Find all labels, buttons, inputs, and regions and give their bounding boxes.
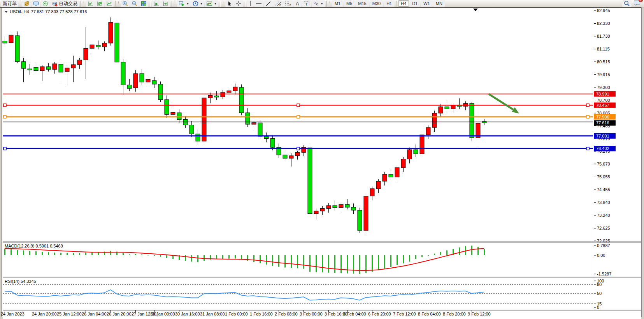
bar-chart-button[interactable] [86, 0, 95, 7]
bear-candle [177, 113, 181, 119]
fibonacci-tool-button[interactable]: F [283, 0, 293, 7]
toolbar-grip[interactable] [118, 1, 119, 6]
toolbar-separator [220, 1, 220, 7]
macd-histogram-bar [172, 255, 174, 259]
time-label: 1 Feb 16:00 [250, 312, 273, 316]
macd-histogram-bar [235, 255, 236, 259]
autotrading-label: 自动交易 [59, 0, 77, 7]
axis-badge-76.402: 76.402 [594, 146, 616, 151]
price-tick-label: 80.515 [597, 59, 610, 64]
signals-button[interactable] [41, 0, 50, 7]
terminal-button[interactable] [32, 0, 40, 7]
line-handle[interactable] [297, 104, 300, 106]
tile-windows-button[interactable] [139, 0, 148, 7]
vertical-line-tool-button[interactable] [247, 0, 254, 7]
bull-candle [426, 127, 430, 135]
line-handle[interactable] [297, 115, 300, 118]
bear-candle [115, 23, 119, 62]
toolbar-separator [81, 1, 81, 7]
bull-candle [326, 206, 331, 209]
timeframe-m15-button[interactable]: M15 [355, 0, 369, 7]
bull-candle [289, 156, 293, 159]
periods-button[interactable]: ▼ [191, 0, 204, 7]
timeframe-mn-button[interactable]: MN [433, 0, 445, 7]
bear-candle [96, 45, 100, 47]
line-handle[interactable] [4, 147, 6, 150]
market-watch-button[interactable] [22, 0, 31, 7]
label-tool-button[interactable]: T [302, 0, 311, 7]
bear-candle [389, 174, 393, 177]
macd-histogram-bar [403, 255, 404, 263]
arrows-tool-button[interactable]: ▼ [312, 0, 325, 7]
indicators-button[interactable]: ▼ [177, 0, 191, 7]
timeframe-m5-button[interactable]: M5 [344, 0, 355, 7]
line-chart-button[interactable] [105, 0, 114, 7]
bear-candle [152, 81, 156, 84]
line-handle[interactable] [4, 115, 6, 118]
macd-histogram-bar [434, 254, 435, 255]
macd-histogram-bar [73, 253, 74, 255]
bull-candle [171, 112, 175, 114]
candlestick-chart-button[interactable] [95, 0, 104, 7]
new-order-button[interactable]: 新订单 [1, 0, 18, 7]
macd-histogram-bar [303, 255, 304, 269]
line-handle[interactable] [297, 147, 300, 150]
macd-histogram-bar [415, 255, 416, 259]
templates-button[interactable]: ▼ [205, 0, 218, 7]
timeframe-h1-button[interactable]: H1 [384, 0, 395, 7]
vertical-line-icon [248, 1, 252, 7]
tile-windows-icon [141, 1, 147, 7]
timeframe-d1-button[interactable]: D1 [409, 0, 420, 7]
timeframe-m1-button[interactable]: M1 [332, 0, 343, 7]
toolbar-grip[interactable] [83, 1, 85, 6]
bull-candle [320, 209, 325, 211]
zoom-out-button[interactable] [130, 0, 139, 7]
line-handle[interactable] [586, 147, 589, 150]
toolbar-grip[interactable] [223, 1, 224, 6]
collapse-arrow-icon[interactable] [5, 11, 8, 13]
channel-tool-button[interactable]: E [273, 0, 283, 7]
indicators-icon [179, 1, 185, 7]
bull-candle [133, 74, 138, 88]
bear-candle [414, 150, 418, 154]
trendline-tool-button[interactable] [264, 0, 273, 7]
macd-histogram-bar [60, 253, 61, 255]
timeframe-h4-button[interactable]: H4 [398, 0, 409, 7]
dropdown-caret-icon: ▼ [214, 2, 217, 5]
clock-icon [193, 1, 198, 7]
horizontal-line-tool-button[interactable] [254, 0, 263, 7]
line-handle[interactable] [586, 104, 589, 106]
macd-histogram-bar [222, 255, 223, 259]
price-tick-label: 81.730 [597, 34, 610, 38]
price-tick-label: 72.625 [597, 226, 610, 230]
text-tool-button[interactable]: A [293, 0, 302, 7]
line-handle[interactable] [586, 115, 589, 118]
timeframe-w1-button[interactable]: W1 [421, 0, 433, 7]
timeframe-m30-button[interactable]: M30 [370, 0, 383, 7]
trendline-icon [265, 1, 271, 7]
time-label: 8 Feb 20:00 [443, 312, 466, 316]
line-handle[interactable] [4, 104, 6, 106]
crosshair-tool-button[interactable] [234, 0, 243, 7]
toolbar-grip[interactable] [19, 1, 21, 6]
bull-candle [383, 174, 387, 181]
auto-scroll-button[interactable] [152, 0, 161, 7]
terminal-icon [33, 1, 39, 7]
autotrading-button[interactable]: 自动交易 [50, 0, 79, 7]
time-label: 25 Jan 12:00 [57, 312, 82, 316]
chat-button[interactable]: 1 [634, 0, 640, 7]
cursor-tool-button[interactable] [225, 0, 234, 7]
toolbar-grip[interactable] [329, 1, 331, 6]
time-label: 6 Feb 04:00 [343, 312, 366, 316]
toolbar-separator [172, 1, 172, 7]
search-button[interactable] [622, 0, 632, 7]
chart-shift-button[interactable] [161, 0, 170, 7]
macd-histogram-bar [272, 255, 273, 266]
zoom-in-button[interactable] [121, 0, 130, 7]
zoom-out-icon [132, 1, 137, 7]
bear-candle [345, 204, 349, 207]
axis-badge-78.457: 78.457 [594, 103, 616, 108]
market-watch-icon [24, 1, 30, 7]
macd-histogram-bar [446, 250, 447, 255]
toolbar-grip[interactable] [174, 1, 176, 6]
